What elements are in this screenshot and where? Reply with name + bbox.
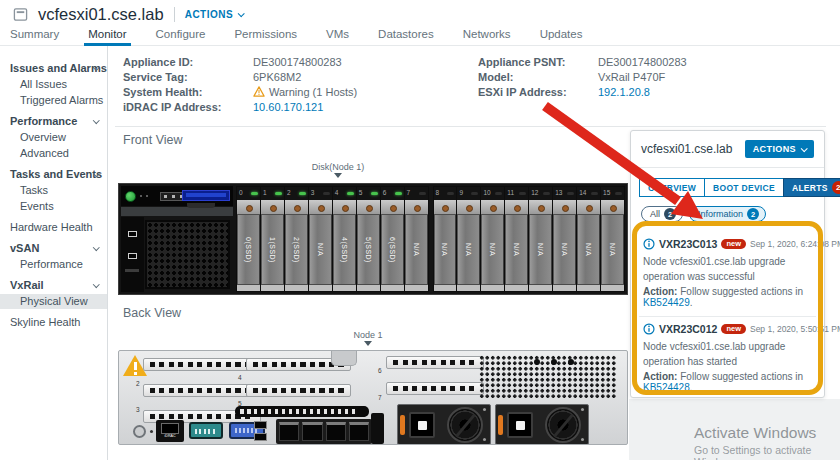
sidebar-item[interactable]: Physical View: [0, 294, 107, 309]
disk-led-icon: [251, 192, 258, 195]
sidebar-item[interactable]: Performance: [0, 114, 107, 129]
info-row: ESXi IP Address: 192.1.20.8: [478, 84, 687, 99]
action-suffix: .: [690, 382, 693, 393]
disk-slot[interactable]: 5 5(SSD): [357, 187, 380, 291]
disk-foot: [405, 284, 428, 291]
vent-hole: [534, 359, 540, 365]
object-tab[interactable]: Datastores: [376, 27, 436, 45]
pci-slot-number: 2: [136, 381, 140, 388]
disk-top-cap: 6: [381, 187, 404, 200]
disk-slot[interactable]: 2 2(SSD): [285, 187, 308, 291]
pci-slot: [143, 358, 261, 371]
sidebar-item[interactable]: Tasks and Events: [0, 167, 107, 182]
disk-slot[interactable]: 11 N/A: [505, 187, 528, 291]
object-tab[interactable]: Updates: [538, 27, 585, 45]
sidebar-item[interactable]: Issues and Alarms: [0, 61, 107, 76]
object-tab[interactable]: VMs: [324, 27, 351, 45]
disk-slot[interactable]: 9 N/A: [457, 187, 480, 291]
disk-led-icon: [371, 192, 378, 195]
filter-pill[interactable]: Information 2: [689, 206, 766, 222]
info-value-text[interactable]: VxRail P470F: [598, 71, 665, 83]
front-io-column: [121, 217, 144, 292]
info-value-text[interactable]: 192.1.20.8: [598, 86, 650, 98]
info-value-text[interactable]: Warning (1 Hosts): [269, 86, 357, 98]
kb-link[interactable]: KB524429: [643, 297, 690, 308]
disk-top-cap: 11: [505, 187, 528, 200]
disk-label: 2(SSD): [293, 237, 300, 263]
disk-slot[interactable]: 12 N/A: [529, 187, 552, 291]
sidebar-item[interactable]: Events: [0, 199, 107, 214]
panel-tab[interactable]: BOOT DEVICE: [704, 178, 784, 197]
disk-slot[interactable]: 0 0(SSD): [237, 187, 260, 291]
disk-slot[interactable]: 8 N/A: [434, 187, 457, 291]
info-value-text[interactable]: 6PK68M2: [253, 71, 301, 83]
disk-slot[interactable]: 14 N/A: [577, 187, 600, 291]
sidebar-item[interactable]: Tasks: [0, 183, 107, 198]
disk-slot[interactable]: 15 N/A: [601, 187, 624, 291]
info-value: VxRail P470F: [598, 71, 665, 83]
object-tab[interactable]: Monitor: [86, 27, 128, 45]
info-row: Appliance ID: DE300174800283: [123, 54, 357, 69]
disk-body: 5(SSD): [357, 215, 380, 284]
sidebar-item[interactable]: Overview: [0, 130, 107, 145]
disk-latch: [601, 200, 624, 215]
action-label: Action:: [643, 286, 677, 297]
sidebar-item[interactable]: Performance: [0, 257, 107, 272]
chevron-down-icon: [93, 281, 99, 287]
panel-actions-button[interactable]: ACTIONS: [745, 140, 814, 158]
sidebar-item[interactable]: Triggered Alarms: [0, 93, 107, 108]
object-tab[interactable]: Summary: [8, 27, 61, 45]
caret-down-icon: [334, 173, 342, 178]
sidebar-item[interactable]: Hardware Health: [0, 220, 107, 235]
disk-slot[interactable]: 1 1(SSD): [261, 187, 284, 291]
disk-slot[interactable]: 7 N/A: [405, 187, 428, 291]
front-view-title: Front View: [123, 133, 183, 147]
sidebar-item[interactable]: Advanced: [0, 146, 107, 161]
disk-led-icon: [323, 192, 330, 195]
sidebar-item[interactable]: Skyline Health: [0, 315, 107, 330]
header-actions-button[interactable]: ACTIONS: [185, 9, 244, 20]
disk-top-cap: 14: [577, 187, 600, 200]
sidebar-item[interactable]: All Issues: [0, 77, 107, 92]
disk-label: N/A: [413, 243, 420, 256]
sidebar-item-label: Tasks and Events: [10, 168, 102, 180]
disk-slot-number: 9: [459, 190, 463, 197]
disk-slot[interactable]: 6 6(SSD): [381, 187, 404, 291]
disk-slot[interactable]: 10 N/A: [481, 187, 504, 291]
object-tab[interactable]: Configure: [154, 27, 208, 45]
power-inlet-icon: [507, 412, 533, 438]
panel-tab[interactable]: ALERTS 2: [783, 178, 840, 197]
object-tab[interactable]: Permissions: [232, 27, 299, 45]
disk-latch: [237, 200, 260, 215]
disk-foot: [309, 284, 332, 291]
disk-slot[interactable]: 4 4(SSD): [333, 187, 356, 291]
disk-led-icon: [567, 192, 574, 195]
front-node-selector[interactable]: Disk(Node 1): [238, 162, 438, 178]
disk-slot[interactable]: 3 N/A: [309, 187, 332, 291]
disk-body: N/A: [309, 215, 332, 284]
disk-foot: [457, 284, 480, 291]
disk-label: 6(SSD): [389, 237, 396, 263]
info-value-text[interactable]: DE300174800283: [253, 56, 342, 68]
kb-link[interactable]: KB524428: [643, 382, 690, 393]
disk-label: 4(SSD): [341, 237, 348, 263]
info-value-text[interactable]: 10.60.170.121: [253, 101, 323, 113]
sidebar-item[interactable]: vSAN: [0, 241, 107, 256]
vent-hole: [568, 359, 574, 365]
object-tab[interactable]: Networks: [461, 27, 513, 45]
idrac-port-label: iDRAC: [164, 434, 177, 438]
pci-slot-number: 3: [136, 407, 140, 414]
disk-slot-number: 1: [263, 190, 267, 197]
disk-top-cap: 8: [434, 187, 457, 200]
psu-latch: [498, 415, 503, 435]
header-actions-label: ACTIONS: [185, 9, 234, 20]
alert-card: VXR23C012 new Sep 1, 2020, 5:50:51 PM No…: [639, 316, 816, 401]
disk-slot[interactable]: 13 N/A: [553, 187, 576, 291]
back-node-selector[interactable]: Node 1: [268, 330, 468, 346]
sidebar-item[interactable]: VxRail: [0, 278, 107, 293]
info-value-text[interactable]: DE300174800283: [598, 56, 687, 68]
filter-pill[interactable]: All 2: [641, 206, 683, 222]
back-view-title: Back View: [123, 306, 181, 320]
panel-tab[interactable]: OVERVIEW: [639, 178, 705, 197]
power-inlet-icon: [409, 412, 435, 438]
